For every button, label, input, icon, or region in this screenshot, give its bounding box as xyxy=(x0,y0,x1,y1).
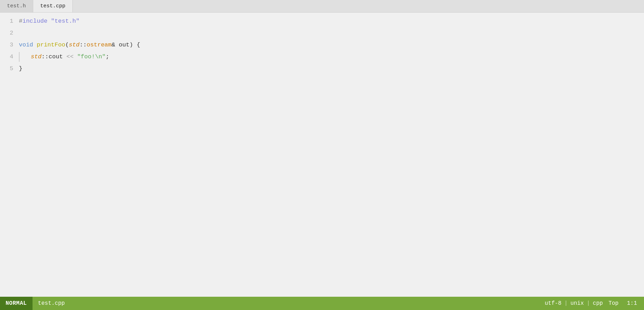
ostream-class: ostream xyxy=(87,39,112,51)
line-number-1: 1 xyxy=(0,15,13,27)
mode-label: NORMAL xyxy=(6,300,27,307)
stream-operator: << xyxy=(66,51,73,63)
indent-marker xyxy=(19,52,20,62)
status-right-section: utf-8 | unix | cpp Top 1:1 xyxy=(545,300,644,307)
line-number-5: 5 xyxy=(0,63,13,75)
tab-test-h[interactable]: test.h xyxy=(0,0,33,12)
code-line-3: void printFoo(std::ostream& out) { xyxy=(19,39,644,51)
code-line-2 xyxy=(19,27,644,39)
tab-bar: test.h test.cpp xyxy=(0,0,644,13)
status-filename: test.cpp xyxy=(33,300,71,307)
hash-symbol: # xyxy=(19,15,22,27)
line-number-3: 3 xyxy=(0,39,13,51)
std-cout-prefix: std xyxy=(31,51,42,63)
line-number-4: 4 xyxy=(0,51,13,63)
line-number-2: 2 xyxy=(0,27,13,39)
cout-identifier: cout xyxy=(49,51,63,63)
closing-brace: } xyxy=(19,63,22,75)
void-keyword: void xyxy=(19,39,33,51)
lineending-label: unix xyxy=(571,300,584,307)
std-type: std xyxy=(69,39,80,51)
sep-2: | xyxy=(587,300,590,307)
code-line-5: } xyxy=(19,63,644,75)
cursor-position: 1:1 xyxy=(624,300,640,307)
position-top: Top xyxy=(606,300,621,307)
mode-indicator: NORMAL xyxy=(0,297,33,310)
code-line-1: #include "test.h" xyxy=(19,15,644,27)
tab-test-cpp[interactable]: test.cpp xyxy=(33,0,73,12)
include-keyword: include xyxy=(22,15,47,27)
status-bar: NORMAL test.cpp utf-8 | unix | cpp Top 1… xyxy=(0,297,644,310)
code-content[interactable]: #include "test.h" void printFoo(std::ost… xyxy=(17,15,644,297)
tab-label-test-cpp: test.cpp xyxy=(40,3,65,9)
tab-label-test-h: test.h xyxy=(7,3,26,9)
sep-1: | xyxy=(564,300,568,307)
function-name: printFoo xyxy=(37,39,65,51)
encoding-label: utf-8 xyxy=(545,300,561,307)
include-path: "test.h" xyxy=(51,15,80,27)
space xyxy=(48,15,51,27)
code-line-4: std::cout << "foo!\n"; xyxy=(19,51,644,63)
string-literal: "foo!\n" xyxy=(77,51,106,63)
editor-area[interactable]: 1 2 3 4 5 #include "test.h" void printFo… xyxy=(0,13,644,297)
filetype-label: cpp xyxy=(593,300,603,307)
line-numbers: 1 2 3 4 5 xyxy=(0,15,17,297)
